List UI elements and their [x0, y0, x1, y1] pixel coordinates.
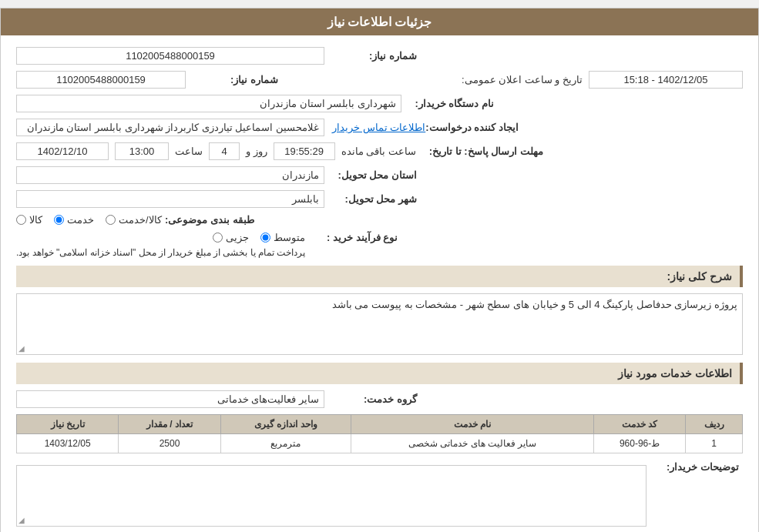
farayand-jozi-radio[interactable]	[213, 233, 223, 243]
tosih-resize-icon: ◢	[18, 516, 25, 524]
services-table: ردیف کد خدمت نام خدمت واحد اندازه گیری ت…	[16, 414, 743, 453]
page-title: جزئیات اطلاعات نیاز	[327, 15, 432, 28]
farayand-motevaset[interactable]: متوسط	[260, 232, 305, 243]
tabaqe-kala-khedmat-radio[interactable]	[106, 215, 116, 225]
farayand-note: پرداخت تمام یا بخشی از مبلغ خریدار از مح…	[16, 247, 305, 258]
mohlat-date-field: 1402/12/10	[16, 142, 109, 160]
col-kod: کد خدمت	[593, 415, 685, 434]
shomare-niaz-field: 1102005488000159	[16, 47, 324, 65]
tabaqe-khedmat[interactable]: خدمت	[54, 214, 94, 226]
noe-farayand-row: نوع فرآیند خرید : متوسط جزیی پرداخت تمام…	[16, 232, 743, 258]
ostan-field: مازندران	[16, 166, 324, 184]
sharh-koli-section: شرح کلی نیاز:	[16, 266, 743, 287]
tabaqe-radio-group: کالا/خدمت خدمت کالا	[16, 214, 162, 226]
tarikh-label: تاریخ و ساعت اعلان عمومی:	[462, 74, 583, 85]
main-content: شماره نیاز: 1102005488000159 1402/12/05 …	[1, 35, 758, 532]
cell-vahed: مترمربع	[220, 434, 351, 453]
shomare-niaz-label2: شماره نیاز:	[186, 74, 278, 85]
remaining-label: ساعت باقی مانده	[341, 146, 416, 157]
rooz-label: روز و	[246, 146, 267, 157]
shahr-field: بابلسر	[16, 190, 324, 208]
tabaqe-kala-label: کالا	[29, 214, 42, 226]
ejad-konande-label: ایجاد کننده درخواست:	[425, 122, 519, 133]
sharh-koli-area: پروژه زیرسازی حدفاصل پارکینگ 4 الی 5 و خ…	[16, 293, 743, 355]
farayand-jozi[interactable]: جزیی	[213, 232, 249, 243]
ostan-row: استان محل تحویل: مازندران	[16, 166, 743, 184]
tabaqe-kala[interactable]: کالا	[16, 214, 42, 226]
col-vahed: واحد اندازه گیری	[220, 415, 351, 434]
col-tarikh: تاریخ نیاز	[17, 415, 119, 434]
etelaat-contact-link[interactable]: اطلاعات تماس خریدار	[332, 122, 425, 133]
col-radif: ردیف	[686, 415, 743, 434]
shomare-niaz-row: شماره نیاز: 1102005488000159	[16, 47, 743, 65]
shomare-niaz-label: شماره نیاز:	[324, 50, 417, 62]
cell-tedad: 2500	[119, 434, 220, 453]
tarikh-field: 1402/12/05 - 15:18	[589, 71, 743, 89]
saat-label: ساعت	[175, 146, 203, 157]
nam-dastgah-label: نام دستگاه خریدار:	[401, 98, 494, 109]
table-header-row: ردیف کد خدمت نام خدمت واحد اندازه گیری ت…	[17, 415, 743, 434]
goroh-field: سایر فعالیت‌های خدماتی	[16, 390, 324, 408]
farayand-motevaset-radio[interactable]	[260, 233, 270, 243]
sharh-koli-content: پروژه زیرسازی حدفاصل پارکینگ 4 الی 5 و خ…	[16, 293, 743, 355]
khadamat-label: اطلاعات خدمات مورد نیاز	[618, 367, 732, 380]
tabaqe-row: طبقه بندی موضوعی: کالا/خدمت خدمت کالا	[16, 214, 743, 226]
nam-dastgah-field: شهرداری بابلسر استان مازندران	[16, 95, 401, 112]
col-nam: نام خدمت	[351, 415, 594, 434]
cell-kod: ط-96-960	[593, 434, 685, 453]
mohlat-row: مهلت ارسال پاسخ: تا تاریخ: ساعت باقی مان…	[16, 142, 743, 160]
tabaqe-label: طبقه بندی موضوعی:	[162, 214, 254, 226]
tabaqe-kala-khedmat[interactable]: کالا/خدمت	[106, 214, 162, 226]
tosih-row: توضیحات خریدار: ◢	[16, 461, 743, 527]
noe-farayand-label: نوع فرآیند خرید :	[305, 232, 398, 243]
tabaqe-khedmat-label: خدمت	[67, 214, 94, 226]
farayand-motevaset-label: متوسط	[274, 232, 305, 243]
table-row: 1 ط-96-960 سایر فعالیت های خدماتی شخصی م…	[17, 434, 743, 453]
khadamat-section: اطلاعات خدمات مورد نیاز	[16, 363, 743, 384]
farayand-jozi-label: جزیی	[226, 232, 249, 243]
shahr-label: شهر محل تحویل:	[324, 193, 417, 205]
ejad-konande-row: ایجاد کننده درخواست: اطلاعات تماس خریدار…	[16, 119, 743, 136]
cell-tarikh: 1403/12/05	[17, 434, 119, 453]
cell-nam: سایر فعالیت های خدماتی شخصی	[351, 434, 594, 453]
shomare-niaz-field2: 1102005488000159	[16, 71, 186, 89]
ejad-konande-field: غلامحسین اسماعیل تیاردزی کاربرداز شهردار…	[16, 119, 324, 136]
noe-farayand-radio-group: متوسط جزیی	[16, 232, 305, 243]
cell-radif: 1	[686, 434, 743, 453]
tabaqe-khedmat-radio[interactable]	[54, 215, 64, 225]
page-wrapper: جزئیات اطلاعات نیاز شماره نیاز: 11020054…	[0, 8, 759, 532]
tosih-area: ◢	[16, 461, 646, 527]
shahr-row: شهر محل تحویل: بابلسر	[16, 190, 743, 208]
mohlat-label: مهلت ارسال پاسخ: تا تاریخ:	[420, 146, 543, 157]
tosih-label: توضیحات خریدار:	[646, 461, 739, 473]
tarikh-row: 1402/12/05 - 15:18 تاریخ و ساعت اعلان عم…	[16, 71, 743, 89]
rooz-field: 4	[209, 142, 240, 160]
col-tedad: تعداد / مقدار	[119, 415, 220, 434]
tabaqe-kala-khedmat-label: کالا/خدمت	[119, 214, 162, 226]
tosih-content[interactable]: ◢	[16, 465, 646, 527]
goroh-row: گروه خدمت: سایر فعالیت‌های خدماتی	[16, 390, 743, 408]
page-header: جزئیات اطلاعات نیاز	[1, 8, 758, 35]
goroh-label: گروه خدمت:	[324, 393, 417, 405]
resize-icon: ◢	[18, 344, 25, 353]
sharh-koli-text: پروژه زیرسازی حدفاصل پارکینگ 4 الی 5 و خ…	[332, 299, 737, 310]
sharh-koli-label: شرح کلی نیاز:	[667, 270, 732, 283]
remaining-field: 19:55:29	[274, 142, 335, 160]
tabaqe-kala-radio[interactable]	[16, 215, 26, 225]
nam-dastgah-row: نام دستگاه خریدار: شهرداری بابلسر استان …	[16, 95, 743, 112]
ostan-label: استان محل تحویل:	[324, 169, 417, 181]
saat-field: 13:00	[115, 142, 169, 160]
